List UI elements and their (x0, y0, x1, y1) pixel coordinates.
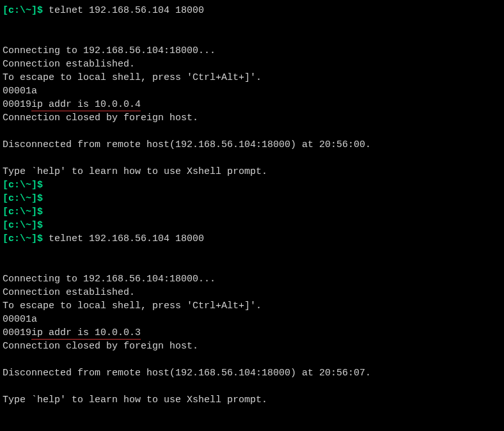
hex-line: 00001a (3, 84, 501, 98)
blank-line (3, 152, 501, 165)
blank-line (3, 125, 501, 138)
shell-prompt: [c:\~]$ (3, 220, 43, 231)
empty-prompt-line[interactable]: [c:\~]$ (3, 178, 501, 192)
blank-line (3, 380, 501, 393)
ip-highlight: ip addr is 10.0.0.3 (31, 327, 141, 340)
disconnected-line: Disconnected from remote host(192.168.56… (3, 366, 501, 380)
blank-line (3, 31, 501, 44)
blank-line (3, 353, 501, 366)
disconnected-line: Disconnected from remote host(192.168.56… (3, 138, 501, 152)
empty-prompt-line[interactable]: [c:\~]$ (3, 192, 501, 205)
shell-prompt: [c:\~]$ (3, 180, 43, 191)
shell-prompt: [c:\~]$ (3, 207, 43, 217)
ip-prefix: 00019 (3, 99, 31, 110)
blank-line (3, 246, 501, 259)
established-line: Connection established. (3, 286, 501, 299)
ip-line: 00019ip addr is 10.0.0.4 (3, 98, 501, 111)
ip-prefix: 00019 (3, 327, 31, 338)
escape-line: To escape to local shell, press 'Ctrl+Al… (3, 299, 501, 313)
shell-prompt: [c:\~]$ (3, 193, 43, 204)
typed-command: telnet 192.168.56.104 18000 (49, 233, 204, 244)
ip-highlight: ip addr is 10.0.0.4 (31, 99, 141, 111)
connecting-line: Connecting to 192.168.56.104:18000... (3, 44, 501, 58)
shell-prompt: [c:\~]$ (3, 233, 49, 244)
help-line: Type `help' to learn how to use Xshell p… (3, 165, 501, 178)
established-line: Connection established. (3, 58, 501, 71)
cmd-line: [c:\~]$ telnet 192.168.56.104 18000 (3, 4, 501, 17)
blank-line (3, 17, 501, 31)
escape-line: To escape to local shell, press 'Ctrl+Al… (3, 71, 501, 84)
closed-line: Connection closed by foreign host. (3, 111, 501, 125)
cmd-line: [c:\~]$ telnet 192.168.56.104 18000 (3, 232, 501, 246)
typed-command: telnet 192.168.56.104 18000 (49, 5, 204, 16)
connecting-line: Connecting to 192.168.56.104:18000... (3, 272, 501, 286)
terminal-output: [c:\~]$ telnet 192.168.56.104 18000 Conn… (3, 4, 501, 407)
hex-line: 00001a (3, 313, 501, 326)
empty-prompt-line[interactable]: [c:\~]$ (3, 219, 501, 232)
closed-line: Connection closed by foreign host. (3, 340, 501, 353)
shell-prompt: [c:\~]$ (3, 5, 49, 16)
blank-line (3, 259, 501, 272)
help-line: Type `help' to learn how to use Xshell p… (3, 393, 501, 407)
ip-line: 00019ip addr is 10.0.0.3 (3, 326, 501, 340)
empty-prompt-line[interactable]: [c:\~]$ (3, 205, 501, 219)
